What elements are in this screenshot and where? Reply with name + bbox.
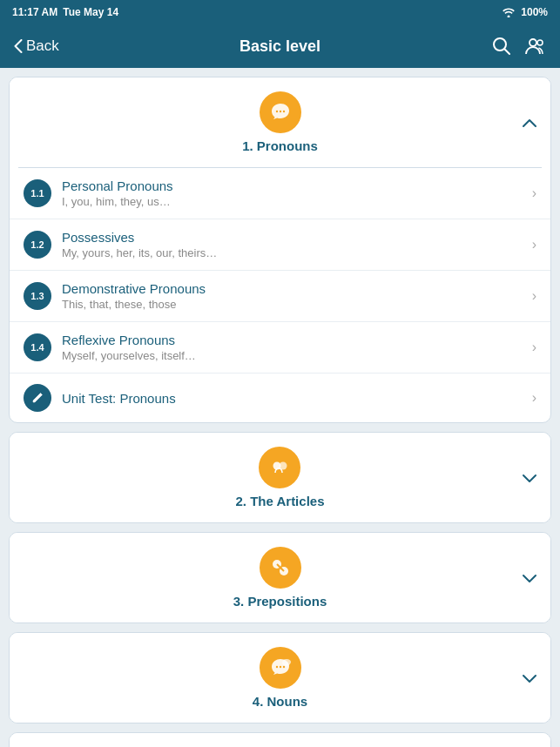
chevron-down-icon-articles [523, 474, 536, 482]
section-adjectives-header[interactable]: 8d 5. Adjectives [10, 733, 550, 747]
section-nouns: 4. Nouns [9, 632, 551, 723]
badge-1-1: 1.1 [24, 179, 51, 207]
item-text-possessives: Possessives My, yours, her, its, our, th… [62, 230, 525, 259]
section-articles-inner: 2. The Articles [236, 447, 325, 508]
section-adjectives: 8d 5. Adjectives [9, 732, 551, 747]
unit-test-title: Unit Test: Pronouns [62, 391, 525, 406]
articles-toggle[interactable] [523, 468, 536, 487]
user-group-icon[interactable] [525, 37, 546, 56]
chevron-right-icon-3: › [532, 288, 536, 304]
prepositions-svg-icon [269, 556, 292, 579]
pronouns-toggle[interactable] [523, 113, 536, 131]
possessives-title: Possessives [62, 230, 525, 245]
item-text-unit-test: Unit Test: Pronouns [62, 391, 525, 406]
list-item-possessives[interactable]: 1.2 Possessives My, yours, her, its, our… [10, 219, 550, 271]
back-chevron-icon [14, 39, 23, 53]
section-nouns-header[interactable]: 4. Nouns [10, 633, 550, 723]
articles-icon [259, 447, 300, 488]
badge-pencil [24, 384, 51, 412]
personal-pronouns-subtitle: I, you, him, they, us… [62, 195, 525, 208]
chevron-right-icon: › [532, 185, 536, 201]
item-text-demonstrative: Demonstrative Pronouns This, that, these… [62, 281, 525, 311]
badge-1-3: 1.3 [24, 282, 51, 310]
section-pronouns-inner: 1. Pronouns [242, 91, 318, 153]
back-button[interactable]: Back [14, 37, 59, 55]
chevron-right-icon-2: › [532, 237, 536, 252]
nouns-svg-icon [269, 656, 292, 679]
section-prepositions-header[interactable]: 3. Prepositions [10, 533, 550, 622]
list-item-unit-test-pronouns[interactable]: Unit Test: Pronouns › [10, 374, 550, 422]
badge-1-2: 1.2 [24, 231, 51, 259]
reflexive-title: Reflexive Pronouns [62, 333, 525, 347]
status-bar-right: 100% [502, 6, 548, 18]
chevron-down-icon-prepositions [523, 574, 536, 582]
back-label: Back [26, 37, 59, 55]
badge-1-4: 1.4 [24, 333, 51, 361]
demonstrative-title: Demonstrative Pronouns [62, 281, 525, 296]
pencil-icon [30, 391, 44, 405]
chat-icon [269, 101, 292, 124]
list-item-reflexive[interactable]: 1.4 Reflexive Pronouns Myself, yourselve… [10, 322, 550, 374]
pronouns-icon [260, 91, 301, 133]
section-nouns-inner: 4. Nouns [253, 647, 307, 709]
section-articles: 2. The Articles [9, 432, 551, 523]
date-label: Tue May 14 [63, 6, 118, 18]
main-content: 1. Pronouns 1.1 Personal Pronouns I, you… [0, 68, 560, 747]
section-pronouns-header[interactable]: 1. Pronouns [10, 77, 550, 167]
battery-label: 100% [521, 6, 548, 18]
reflexive-subtitle: Myself, yourselves, itself… [62, 349, 525, 362]
search-icon[interactable] [492, 37, 511, 56]
svg-point-2 [530, 39, 536, 46]
wifi-icon [502, 7, 516, 17]
section-pronouns: 1. Pronouns 1.1 Personal Pronouns I, you… [9, 77, 551, 423]
section-prepositions: 3. Prepositions [9, 532, 551, 623]
prepositions-title: 3. Prepositions [233, 594, 327, 609]
chevron-down-icon-nouns [523, 674, 536, 683]
list-item-personal-pronouns[interactable]: 1.1 Personal Pronouns I, you, him, they,… [10, 168, 550, 219]
nouns-toggle[interactable] [523, 669, 536, 687]
svg-point-6 [282, 111, 284, 112]
prepositions-icon [260, 547, 301, 589]
chevron-up-icon [523, 118, 536, 127]
list-item-demonstrative[interactable]: 1.3 Demonstrative Pronouns This, that, t… [10, 271, 550, 322]
time-label: 11:17 AM [12, 6, 57, 18]
articles-svg-icon [268, 456, 291, 479]
svg-point-3 [537, 40, 543, 45]
section-prepositions-inner: 3. Prepositions [233, 547, 327, 609]
svg-point-13 [279, 666, 280, 668]
section-articles-header[interactable]: 2. The Articles [10, 433, 550, 522]
chevron-right-icon-4: › [532, 340, 536, 355]
svg-point-4 [275, 111, 277, 112]
item-text-reflexive: Reflexive Pronouns Myself, yourselves, i… [62, 333, 525, 362]
nouns-icon [260, 647, 301, 689]
status-bar-left: 11:17 AM Tue May 14 [12, 6, 118, 18]
status-bar: 11:17 AM Tue May 14 100% [0, 0, 560, 24]
possessives-subtitle: My, yours, her, its, our, theirs… [62, 246, 525, 259]
app-header: Back Basic level [0, 24, 560, 68]
personal-pronouns-title: Personal Pronouns [62, 178, 525, 193]
pronouns-title: 1. Pronouns [242, 138, 318, 153]
page-title: Basic level [240, 37, 320, 56]
demonstrative-subtitle: This, that, these, those [62, 298, 525, 311]
chevron-right-icon-5: › [532, 390, 536, 406]
item-text-personal-pronouns: Personal Pronouns I, you, him, they, us… [62, 178, 525, 208]
header-icons [492, 37, 546, 56]
svg-point-5 [279, 111, 280, 112]
svg-point-14 [282, 666, 284, 668]
articles-title: 2. The Articles [236, 494, 325, 508]
svg-line-1 [504, 49, 509, 54]
svg-point-12 [275, 666, 277, 668]
prepositions-toggle[interactable] [523, 569, 536, 587]
nouns-title: 4. Nouns [253, 694, 307, 709]
